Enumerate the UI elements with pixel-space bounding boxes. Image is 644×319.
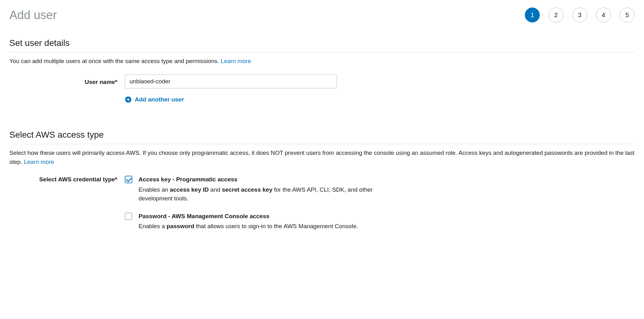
section-access-type-title: Select AWS access type: [9, 128, 635, 144]
credential-option-console: Password - AWS Management Console access…: [125, 212, 635, 231]
section-access-type-desc-text: Select how these users will primarily ac…: [9, 150, 634, 165]
step-indicator: 1 2 3 4 5: [525, 6, 635, 22]
page-title: Add user: [9, 6, 57, 24]
step-4[interactable]: 4: [596, 7, 611, 22]
checkbox-console-access[interactable]: [125, 213, 132, 220]
learn-more-link-access-type[interactable]: Learn more: [24, 159, 54, 165]
section-access-type-desc: Select how these users will primarily ac…: [9, 149, 635, 166]
section-user-details-desc-text: You can add multiple users at once with …: [9, 58, 221, 64]
credential-option-programmatic-desc: Enables an access key ID and secret acce…: [139, 185, 388, 203]
credential-option-programmatic-title: Access key - Programmatic access: [139, 175, 388, 184]
credential-option-console-title: Password - AWS Management Console access: [139, 212, 388, 221]
step-1[interactable]: 1: [525, 7, 540, 22]
learn-more-link-user-details[interactable]: Learn more: [221, 58, 251, 64]
plus-circle-icon: [125, 96, 132, 103]
section-user-details-title: Set user details: [9, 37, 635, 52]
credential-type-label: Select AWS credential type*: [9, 175, 125, 184]
svg-rect-2: [127, 99, 130, 100]
add-another-user-label: Add another user: [135, 95, 184, 104]
section-user-details-desc: You can add multiple users at once with …: [9, 57, 635, 66]
username-input[interactable]: [125, 75, 337, 88]
step-3[interactable]: 3: [572, 7, 587, 22]
add-another-user-button[interactable]: Add another user: [125, 95, 635, 104]
credential-option-programmatic: Access key - Programmatic access Enables…: [125, 175, 635, 203]
username-label: User name*: [9, 75, 125, 87]
checkbox-programmatic-access[interactable]: [125, 176, 132, 183]
credential-option-console-desc: Enables a password that allows users to …: [139, 222, 388, 231]
step-2[interactable]: 2: [549, 7, 564, 22]
step-5[interactable]: 5: [620, 7, 635, 22]
